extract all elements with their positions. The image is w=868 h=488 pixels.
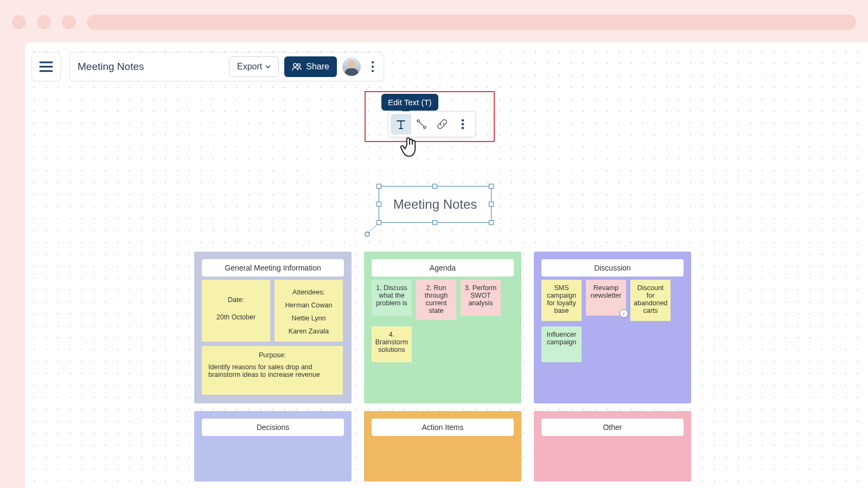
panel-other[interactable]: Other (534, 411, 691, 481)
link-icon (436, 118, 448, 130)
panel-title: Action Items (372, 419, 514, 436)
export-button[interactable]: Export (229, 56, 279, 77)
svg-point-10 (462, 127, 464, 129)
document-title[interactable]: Meeting Notes (78, 61, 224, 73)
sticky-date[interactable]: Date: 20th October (202, 280, 270, 342)
svg-point-5 (417, 120, 419, 122)
svg-point-11 (365, 232, 369, 236)
hand-cursor-icon (400, 136, 419, 159)
svg-point-4 (298, 64, 301, 67)
export-label: Export (237, 62, 262, 72)
connector-icon (416, 118, 427, 130)
panel-title: Agenda (372, 259, 514, 277)
resize-handle[interactable] (489, 220, 494, 225)
panel-title: General Meeting Information (202, 259, 344, 277)
share-label: Share (306, 62, 329, 72)
connector-button[interactable] (411, 114, 432, 134)
document-toolbar: Meeting Notes Export Share (69, 52, 384, 81)
edit-text-tooltip: Edit Text (T) (381, 94, 438, 111)
text-icon (395, 118, 407, 130)
panel-decisions[interactable]: Decisions (194, 411, 352, 481)
info-icon[interactable]: i (620, 309, 628, 318)
window-dot (37, 15, 51, 29)
attendee-name: Nettie Lynn (278, 314, 340, 322)
svg-point-9 (462, 123, 464, 125)
sticky-discussion-item[interactable]: Influencer campaign (541, 326, 582, 362)
sticky-agenda-item[interactable]: 3. Perform SWOT analysis (461, 280, 501, 316)
share-button[interactable]: Share (284, 56, 337, 77)
resize-handle[interactable] (489, 202, 494, 207)
chevron-down-icon (265, 65, 271, 69)
context-more-button[interactable] (452, 114, 473, 134)
sticky-discussion-item[interactable]: Discount for abandoned carts (630, 280, 671, 321)
edit-text-button[interactable] (391, 114, 411, 134)
attendees-label: Attendees: (278, 288, 340, 296)
sticky-text: Revamp newsletter (591, 284, 622, 299)
panel-discussion[interactable]: Discussion SMS campaign for loyalty base… (534, 252, 691, 403)
date-value: 20th October (205, 313, 267, 321)
sticky-agenda-item[interactable]: 1. Discuss what the problem is (372, 280, 412, 316)
attendee-name: Herman Cowan (278, 301, 340, 309)
resize-handle[interactable] (376, 184, 381, 189)
sticky-agenda-item[interactable]: 4. Brainstorm solutions (372, 326, 412, 362)
connector-handle-icon[interactable] (364, 221, 380, 237)
canvas-workspace[interactable]: Meeting Notes Export Share Edit Text (T) (25, 42, 868, 488)
purpose-text: Identify reasons for sales drop and brai… (208, 363, 320, 378)
attendee-name: Karen Zavala (278, 328, 340, 335)
svg-line-7 (419, 122, 424, 127)
window-dot (12, 15, 26, 29)
selected-text-node[interactable]: Meeting Notes (379, 186, 492, 223)
purpose-label: Purpose: (208, 351, 336, 359)
dots-vertical-icon (461, 119, 464, 130)
panel-title: Discussion (541, 259, 684, 277)
people-icon (292, 62, 302, 71)
sticky-discussion-item[interactable]: Revamp newsletter i (586, 280, 626, 316)
sticky-agenda-item[interactable]: 2. Run through current state (416, 280, 456, 320)
link-button[interactable] (432, 114, 452, 134)
selected-node-text: Meeting Notes (393, 197, 477, 212)
resize-handle[interactable] (376, 202, 381, 207)
sticky-attendees[interactable]: Attendees: Herman Cowan Nettie Lynn Kare… (275, 280, 343, 342)
panel-action-items[interactable]: Action Items (364, 411, 521, 481)
svg-point-6 (424, 126, 426, 129)
panel-title: Decisions (202, 419, 344, 436)
hamburger-icon (39, 61, 53, 73)
window-dot (62, 15, 76, 29)
panel-title: Other (541, 419, 684, 436)
sticky-purpose[interactable]: Purpose: Identify reasons for sales drop… (202, 346, 343, 395)
resize-handle[interactable] (432, 220, 437, 225)
panel-agenda[interactable]: Agenda 1. Discuss what the problem is 2.… (364, 252, 521, 403)
context-toolbar (388, 111, 476, 137)
more-menu-button[interactable] (366, 57, 379, 76)
resize-handle[interactable] (432, 184, 437, 189)
svg-point-8 (462, 119, 464, 121)
resize-handle[interactable] (489, 184, 494, 189)
browser-chrome (12, 14, 856, 30)
date-label: Date: (205, 296, 267, 304)
sticky-discussion-item[interactable]: SMS campaign for loyalty base (541, 280, 582, 321)
url-bar[interactable] (87, 15, 856, 30)
panel-general-info[interactable]: General Meeting Information Date: 20th O… (194, 252, 352, 403)
main-menu-button[interactable] (31, 52, 61, 81)
user-avatar[interactable] (342, 57, 361, 76)
svg-point-3 (293, 63, 297, 67)
